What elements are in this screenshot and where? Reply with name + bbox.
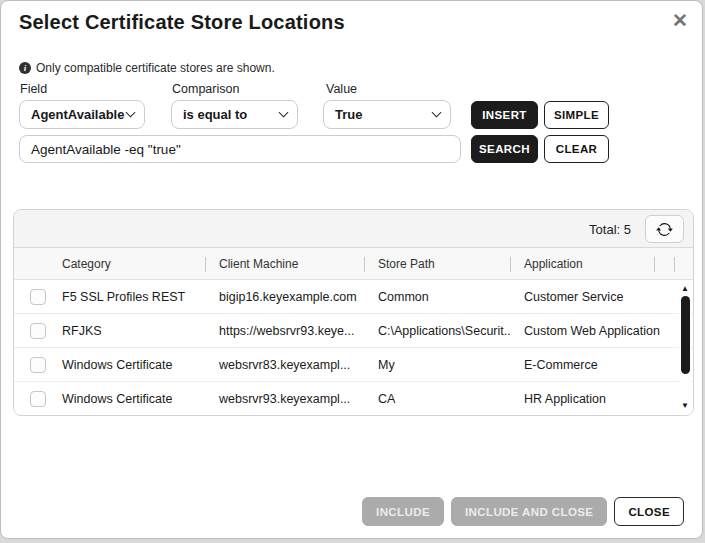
row-checkbox[interactable]: [30, 391, 46, 407]
dialog-title: Select Certificate Store Locations: [19, 11, 345, 34]
refresh-button[interactable]: [645, 215, 684, 243]
scrollbar-thumb[interactable]: [681, 296, 690, 374]
close-icon[interactable]: ✕: [672, 9, 688, 33]
column-header-application: Application: [510, 257, 583, 271]
arrows-rotate-icon: [656, 221, 673, 238]
info-text: Only compatible certificate stores are s…: [36, 61, 275, 75]
row-checkbox[interactable]: [30, 357, 46, 373]
comparison-select[interactable]: is equal to: [171, 100, 298, 129]
table-row: F5 SSL Profiles REST bigip16.keyexample.…: [14, 280, 693, 314]
row-checkbox[interactable]: [30, 289, 46, 305]
clear-button[interactable]: CLEAR: [544, 135, 609, 163]
close-button[interactable]: CLOSE: [614, 497, 684, 526]
table-row: RFJKS https://websrvr93.keye... C:\Appli…: [14, 314, 693, 348]
value-select-value: True: [335, 107, 362, 122]
insert-button[interactable]: INSERT: [471, 101, 538, 129]
certificate-store-table-panel: Total: 5 Category Client Machine Store P…: [13, 209, 694, 416]
cell-store-path: My: [364, 358, 510, 372]
info-icon: i: [19, 62, 31, 74]
cell-store-path: CA: [364, 392, 510, 406]
table-row: Windows Certificate websrvr93.keyexampl.…: [14, 382, 693, 416]
cell-category: RFJKS: [62, 324, 102, 338]
cell-category: Windows Certificate: [62, 358, 172, 372]
scroll-up-icon[interactable]: ▲: [679, 284, 691, 294]
cell-client-machine: websrvr93.keyexampl...: [205, 392, 364, 406]
cell-application: Customer Service: [510, 290, 674, 304]
chevron-down-icon: [126, 108, 136, 118]
total-count: Total: 5: [589, 222, 631, 237]
simple-button[interactable]: SIMPLE: [544, 101, 609, 129]
include-button[interactable]: INCLUDE: [362, 497, 444, 526]
search-button[interactable]: SEARCH: [471, 135, 538, 163]
scroll-down-icon[interactable]: ▼: [679, 401, 691, 411]
table-scrollbar[interactable]: ▲ ▼: [679, 282, 691, 413]
info-banner: i Only compatible certificate stores are…: [19, 61, 275, 75]
chevron-down-icon: [279, 108, 289, 118]
table-header-row: Category Client Machine Store Path Appli…: [14, 248, 693, 280]
value-label: Value: [326, 82, 357, 96]
column-header-category: Category: [14, 257, 111, 271]
comparison-select-value: is equal to: [183, 107, 247, 122]
cell-store-path: Common: [364, 290, 510, 304]
field-select[interactable]: AgentAvailable: [19, 100, 145, 129]
include-and-close-button[interactable]: INCLUDE AND CLOSE: [451, 497, 607, 526]
table-toolbar: Total: 5: [14, 210, 693, 248]
comparison-label: Comparison: [172, 82, 239, 96]
cell-application: E-Commerce: [510, 358, 674, 372]
cell-category: Windows Certificate: [62, 392, 172, 406]
column-header-client-machine: Client Machine: [205, 257, 298, 271]
cell-client-machine: bigip16.keyexample.com: [205, 290, 364, 304]
cell-application: HR Application: [510, 392, 674, 406]
cell-application: Custom Web Application: [510, 324, 674, 338]
cell-store-path: C:\Applications\Securit...: [364, 324, 510, 338]
row-checkbox[interactable]: [30, 323, 46, 339]
cell-client-machine: websrvr83.keyexampl...: [205, 358, 364, 372]
chevron-down-icon: [432, 108, 442, 118]
dialog-footer: INCLUDE INCLUDE AND CLOSE CLOSE: [362, 497, 684, 526]
value-select[interactable]: True: [323, 100, 451, 129]
field-label: Field: [20, 82, 47, 96]
cell-category: F5 SSL Profiles REST: [62, 290, 185, 304]
cell-client-machine: https://websrvr93.keye...: [205, 324, 364, 338]
select-certificate-store-locations-dialog: Select Certificate Store Locations ✕ i O…: [0, 0, 703, 539]
query-input[interactable]: [19, 135, 461, 163]
column-header-store-path: Store Path: [364, 257, 435, 271]
field-select-value: AgentAvailable: [31, 107, 124, 122]
table-row: Windows Certificate websrvr83.keyexampl.…: [14, 348, 693, 382]
